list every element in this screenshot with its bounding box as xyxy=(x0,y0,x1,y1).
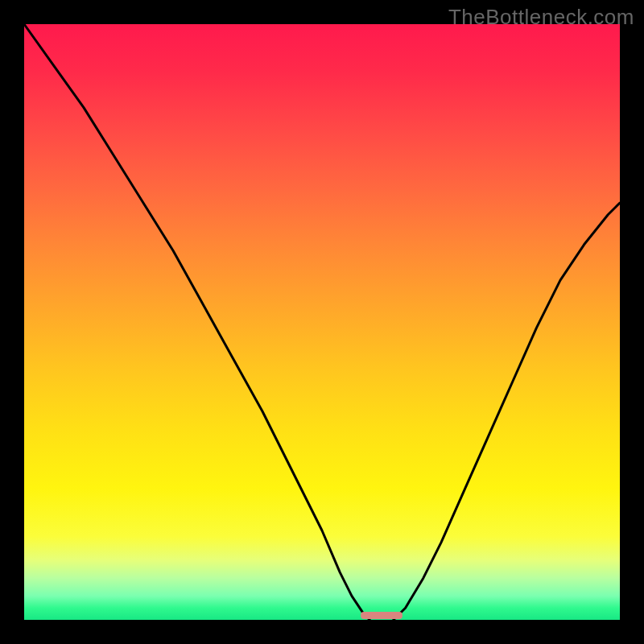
curve-left-branch xyxy=(24,24,369,620)
chart-frame: TheBottleneck.com xyxy=(0,0,644,644)
minimum-marker xyxy=(361,612,402,619)
curve-right-branch xyxy=(394,203,620,620)
plot-svg xyxy=(24,24,620,620)
plot-area xyxy=(24,24,620,620)
